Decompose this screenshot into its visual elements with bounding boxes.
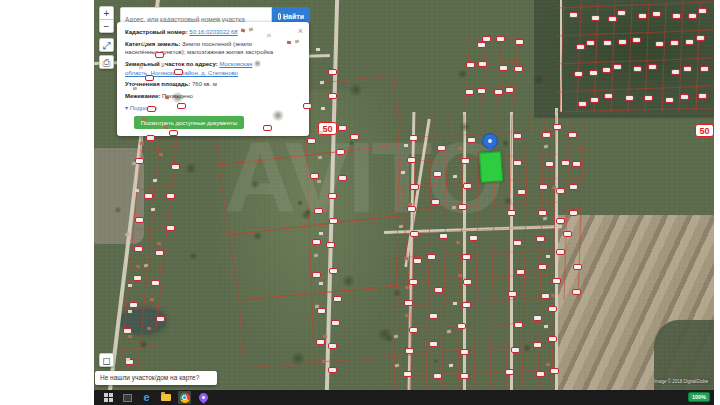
parcel-number-label — [310, 173, 319, 179]
building — [128, 284, 132, 287]
parcel-number-label — [463, 279, 472, 285]
parcel-number-label — [328, 93, 337, 99]
vegetation — [138, 340, 149, 349]
building — [449, 363, 453, 366]
parcel-number-label — [312, 239, 321, 245]
road — [408, 112, 416, 390]
extent-button[interactable]: ◻ — [99, 353, 114, 367]
vegetation — [341, 275, 356, 287]
parcel-number-label — [134, 246, 143, 252]
edge-browser-icon[interactable]: e — [140, 391, 153, 404]
vegetation — [501, 139, 510, 146]
parcel-number-label — [513, 160, 522, 166]
status-badge: 100% — [688, 392, 710, 402]
parcel-number-label — [696, 35, 705, 41]
maps-app-icon[interactable] — [197, 391, 210, 404]
parcel-number-label — [328, 69, 337, 75]
building — [151, 208, 155, 211]
parcel-number-label — [410, 231, 419, 237]
building — [320, 81, 324, 84]
parcel-number-label — [561, 160, 570, 166]
vegetation — [348, 140, 356, 146]
building — [125, 232, 130, 236]
parcel-number-label — [514, 66, 523, 72]
parcel-number-label — [329, 268, 338, 274]
survey-row: Межевание: Проведено — [125, 92, 275, 101]
building — [313, 253, 318, 257]
parcel-number-label — [680, 94, 689, 100]
parcel-number-label — [517, 189, 526, 195]
map-pin-icon[interactable] — [482, 133, 498, 149]
parcel-number-label — [685, 39, 694, 45]
parcel-number-label — [513, 240, 522, 246]
zoom-in-button[interactable]: + — [99, 6, 114, 20]
view-documents-button[interactable]: Посмотреть доступные документы — [134, 116, 244, 129]
not-found-tooltip[interactable]: Не нашли участок/дом на карте? — [95, 371, 217, 385]
address-row: Земельный участок по адресу: Московская … — [125, 60, 275, 77]
measure-button[interactable]: ⤢ — [99, 38, 114, 52]
parcel-number-label — [671, 69, 680, 75]
chrome-browser-icon[interactable] — [178, 391, 191, 404]
building — [404, 144, 408, 147]
parcel-number-label — [516, 269, 525, 275]
cadastral-label: Кадастровый номер: — [125, 29, 188, 35]
parcel-number-label — [563, 231, 572, 237]
parcel-number-label — [604, 93, 613, 99]
parcel-number-label — [338, 125, 347, 131]
close-icon[interactable]: × — [298, 25, 303, 38]
parcel-number-label — [533, 315, 542, 321]
parcel-number-label — [536, 236, 545, 242]
parcel-number-label — [429, 313, 438, 319]
building — [125, 358, 129, 361]
parcel-number-label — [569, 184, 578, 190]
road — [510, 112, 513, 390]
selected-parcel-highlight[interactable] — [479, 151, 503, 182]
parcel-number-label — [548, 336, 557, 342]
parcel-number-label — [514, 322, 523, 328]
parcel-number-label — [155, 250, 164, 256]
road — [404, 119, 430, 268]
file-explorer-icon[interactable] — [159, 391, 172, 404]
vegetation — [377, 328, 393, 341]
building — [128, 310, 132, 313]
parcel-number-label — [698, 93, 707, 99]
building — [135, 188, 139, 191]
print-button[interactable]: ⎙ — [99, 55, 114, 69]
parcel-number-label — [427, 254, 436, 260]
edge-e-glyph: e — [143, 392, 149, 403]
building — [322, 209, 326, 213]
parcel-number-label — [556, 188, 565, 194]
road-shield-50: 50 — [695, 124, 714, 137]
parcel-number-label — [462, 254, 471, 260]
zoom-out-button[interactable]: − — [99, 19, 114, 33]
search-icon — [278, 13, 281, 20]
dark-app-icon — [123, 394, 132, 402]
parcel-number-label — [410, 184, 419, 190]
parcel-number-label — [166, 193, 175, 199]
parcel-number-label — [602, 67, 611, 73]
parcel-number-label — [171, 164, 180, 170]
field-patch — [94, 148, 144, 244]
vegetation — [459, 122, 471, 132]
parcel-number-label — [541, 293, 550, 299]
vegetation — [252, 232, 262, 240]
parcel-number-label — [407, 157, 416, 163]
building — [135, 214, 139, 218]
road — [463, 112, 466, 390]
app-window-icon[interactable] — [121, 391, 134, 404]
building — [452, 175, 456, 178]
parcel-number-label — [151, 280, 160, 286]
land-category-row: Категория земель: Земли поселений (земли… — [125, 40, 275, 57]
building — [147, 326, 151, 329]
survey-label: Межевание: — [125, 93, 160, 99]
parcel-number-label — [655, 41, 664, 47]
details-link[interactable]: ▾ Подробно — [125, 104, 275, 113]
start-button[interactable] — [102, 391, 115, 404]
windows-logo-icon — [104, 393, 113, 402]
parcel-number-label — [467, 137, 476, 143]
building — [135, 264, 140, 268]
cadastral-number-link[interactable]: 50:16:0203022:68 — [189, 29, 237, 35]
parcel-number-label — [144, 193, 153, 199]
map-canvas[interactable]: AVITO 50 50 + − ⤢ ⎙ ◻ Найти × — [94, 0, 714, 390]
vegetation — [184, 163, 198, 174]
